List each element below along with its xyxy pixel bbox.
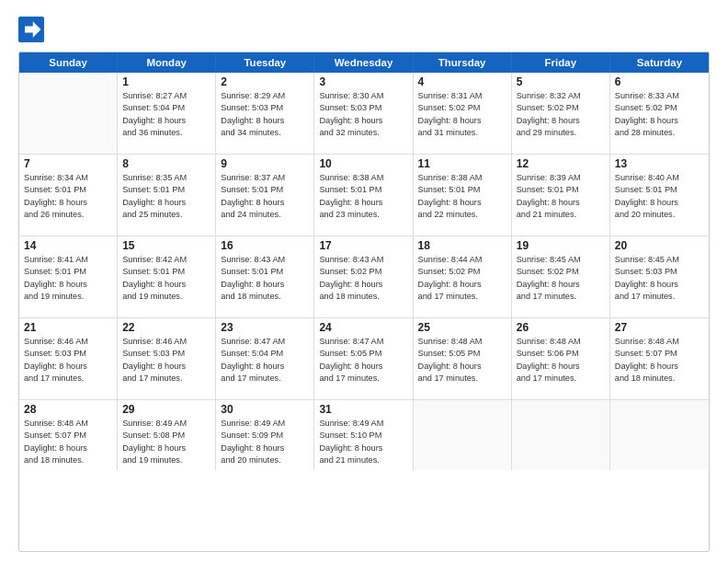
cell-line: Sunset: 5:01 PM — [418, 184, 506, 196]
cell-line: Daylight: 8 hours — [517, 115, 605, 127]
cell-line: Sunset: 5:01 PM — [517, 184, 605, 196]
calendar-cell: 15Sunrise: 8:42 AMSunset: 5:01 PMDayligh… — [118, 236, 216, 317]
cell-line: Sunrise: 8:43 AM — [319, 254, 407, 266]
cell-line: and 28 minutes. — [615, 127, 704, 139]
day-number: 3 — [319, 75, 407, 88]
cell-line: Sunset: 5:02 PM — [319, 266, 407, 278]
day-number: 15 — [122, 239, 210, 252]
weekday-header: Tuesday — [216, 52, 314, 73]
calendar-cell — [512, 400, 610, 470]
cell-line: Sunset: 5:03 PM — [24, 348, 112, 360]
calendar-cell: 9Sunrise: 8:37 AMSunset: 5:01 PMDaylight… — [216, 155, 314, 236]
cell-line: Sunrise: 8:41 AM — [24, 254, 112, 266]
calendar-row: 28Sunrise: 8:48 AMSunset: 5:07 PMDayligh… — [19, 400, 709, 470]
cell-line: and 17 minutes. — [418, 291, 506, 303]
day-number: 24 — [319, 321, 407, 334]
cell-line: Sunrise: 8:48 AM — [517, 336, 605, 348]
calendar-cell: 26Sunrise: 8:48 AMSunset: 5:06 PMDayligh… — [512, 318, 610, 399]
cell-line: Sunset: 5:06 PM — [517, 348, 605, 360]
cell-line: Daylight: 8 hours — [615, 115, 704, 127]
day-number: 6 — [615, 75, 704, 88]
cell-line: Sunset: 5:09 PM — [221, 430, 309, 442]
day-number: 1 — [122, 75, 210, 88]
calendar-cell: 19Sunrise: 8:45 AMSunset: 5:02 PMDayligh… — [512, 236, 610, 317]
day-number: 11 — [418, 157, 506, 170]
calendar-cell: 29Sunrise: 8:49 AMSunset: 5:08 PMDayligh… — [118, 400, 216, 470]
cell-line: and 19 minutes. — [122, 454, 210, 466]
calendar-cell: 5Sunrise: 8:32 AMSunset: 5:02 PMDaylight… — [512, 73, 610, 154]
cell-line: and 34 minutes. — [221, 127, 309, 139]
cell-line: Sunset: 5:01 PM — [24, 184, 112, 196]
cell-line: and 31 minutes. — [418, 127, 506, 139]
cell-line: and 21 minutes. — [319, 454, 407, 466]
cell-line: and 20 minutes. — [221, 454, 309, 466]
cell-line: Sunrise: 8:31 AM — [418, 90, 506, 102]
cell-line: Sunset: 5:10 PM — [319, 430, 407, 442]
calendar-cell: 21Sunrise: 8:46 AMSunset: 5:03 PMDayligh… — [19, 318, 118, 399]
day-number: 19 — [517, 239, 605, 252]
calendar-cell — [19, 73, 118, 154]
calendar-cell: 22Sunrise: 8:46 AMSunset: 5:03 PMDayligh… — [118, 318, 216, 399]
calendar-row: 1Sunrise: 8:27 AMSunset: 5:04 PMDaylight… — [19, 73, 709, 155]
cell-line: Daylight: 8 hours — [319, 361, 407, 373]
day-number: 20 — [615, 239, 704, 252]
cell-line: and 26 minutes. — [24, 209, 112, 221]
calendar-cell: 4Sunrise: 8:31 AMSunset: 5:02 PMDaylight… — [414, 73, 512, 154]
cell-line: Daylight: 8 hours — [122, 115, 210, 127]
calendar: SundayMondayTuesdayWednesdayThursdayFrid… — [18, 52, 710, 552]
calendar-cell — [414, 400, 512, 470]
cell-line: Daylight: 8 hours — [615, 197, 704, 209]
cell-line: and 17 minutes. — [517, 291, 605, 303]
cell-line: Sunrise: 8:43 AM — [221, 254, 309, 266]
cell-line: Sunset: 5:04 PM — [122, 102, 210, 114]
cell-line: Sunset: 5:01 PM — [615, 184, 704, 196]
cell-line: Daylight: 8 hours — [319, 442, 407, 454]
cell-line: Sunset: 5:01 PM — [24, 266, 112, 278]
cell-line: Sunrise: 8:35 AM — [122, 172, 210, 184]
cell-line: Sunset: 5:01 PM — [122, 184, 210, 196]
day-number: 8 — [122, 157, 210, 170]
cell-line: and 18 minutes. — [615, 373, 704, 385]
calendar-cell: 10Sunrise: 8:38 AMSunset: 5:01 PMDayligh… — [314, 155, 413, 236]
calendar-cell: 27Sunrise: 8:48 AMSunset: 5:07 PMDayligh… — [610, 318, 709, 399]
cell-line: and 32 minutes. — [319, 127, 407, 139]
cell-line: Sunset: 5:02 PM — [517, 102, 605, 114]
header — [18, 17, 710, 42]
cell-line: Daylight: 8 hours — [615, 361, 704, 373]
day-number: 13 — [615, 157, 704, 170]
calendar-cell: 18Sunrise: 8:44 AMSunset: 5:02 PMDayligh… — [414, 236, 512, 317]
calendar-header: SundayMondayTuesdayWednesdayThursdayFrid… — [19, 52, 709, 73]
calendar-cell: 28Sunrise: 8:48 AMSunset: 5:07 PMDayligh… — [19, 400, 118, 470]
day-number: 10 — [319, 157, 407, 170]
day-number: 14 — [24, 239, 112, 252]
day-number: 31 — [319, 403, 407, 416]
weekday-header: Thursday — [414, 52, 512, 73]
cell-line: and 19 minutes. — [24, 291, 112, 303]
cell-line: Daylight: 8 hours — [221, 115, 309, 127]
cell-line: and 18 minutes. — [24, 454, 112, 466]
cell-line: Daylight: 8 hours — [221, 197, 309, 209]
cell-line: Sunrise: 8:33 AM — [615, 90, 704, 102]
cell-line: Sunset: 5:02 PM — [418, 266, 506, 278]
cell-line: and 25 minutes. — [122, 209, 210, 221]
cell-line: Sunrise: 8:47 AM — [221, 336, 309, 348]
day-number: 26 — [517, 321, 605, 334]
weekday-header: Sunday — [19, 52, 118, 73]
cell-line: Sunset: 5:08 PM — [122, 430, 210, 442]
cell-line: Sunset: 5:02 PM — [615, 102, 704, 114]
cell-line: Sunrise: 8:38 AM — [319, 172, 407, 184]
cell-line: Sunrise: 8:45 AM — [517, 254, 605, 266]
cell-line: Sunrise: 8:32 AM — [517, 90, 605, 102]
cell-line: Daylight: 8 hours — [319, 197, 407, 209]
page: SundayMondayTuesdayWednesdayThursdayFrid… — [0, 0, 728, 563]
cell-line: Sunrise: 8:46 AM — [24, 336, 112, 348]
calendar-cell: 2Sunrise: 8:29 AMSunset: 5:03 PMDaylight… — [216, 73, 314, 154]
cell-line: Sunset: 5:07 PM — [615, 348, 704, 360]
calendar-cell: 8Sunrise: 8:35 AMSunset: 5:01 PMDaylight… — [118, 155, 216, 236]
calendar-row: 21Sunrise: 8:46 AMSunset: 5:03 PMDayligh… — [19, 318, 709, 400]
day-number: 28 — [24, 403, 112, 416]
cell-line: Sunrise: 8:45 AM — [615, 254, 704, 266]
cell-line: and 36 minutes. — [122, 127, 210, 139]
cell-line: Daylight: 8 hours — [24, 442, 112, 454]
calendar-cell: 7Sunrise: 8:34 AMSunset: 5:01 PMDaylight… — [19, 155, 118, 236]
